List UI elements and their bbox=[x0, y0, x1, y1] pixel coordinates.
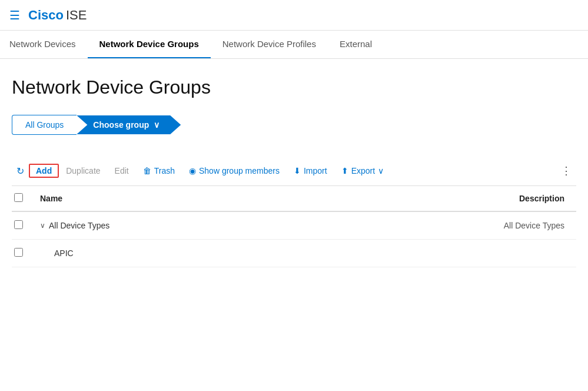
row-2-description-cell bbox=[357, 240, 576, 267]
refresh-icon: ↻ bbox=[16, 165, 24, 177]
export-label: Export bbox=[351, 166, 375, 175]
all-groups-button[interactable]: All Groups bbox=[12, 115, 77, 135]
row-2-name-cell: APIC bbox=[33, 240, 357, 267]
import-label: Import bbox=[304, 166, 327, 175]
row-1-checkbox[interactable] bbox=[14, 220, 23, 229]
duplicate-button[interactable]: Duplicate bbox=[59, 164, 107, 178]
hamburger-icon[interactable]: ☰ bbox=[9, 8, 20, 22]
tab-network-devices[interactable]: Network Devices bbox=[0, 31, 88, 59]
col-header-name: Name bbox=[33, 186, 357, 211]
row-1-description-cell: All Device Types bbox=[357, 211, 576, 240]
import-button[interactable]: ⬇ Import bbox=[287, 164, 334, 178]
tab-network-device-groups[interactable]: Network Device Groups bbox=[88, 31, 211, 59]
export-chevron-icon: ∨ bbox=[378, 166, 384, 175]
edit-button[interactable]: Edit bbox=[108, 164, 136, 178]
table-row: ∨ All Device Types All Device Types bbox=[12, 211, 576, 240]
toolbar: ↻ Add Duplicate Edit 🗑 Trash ◉ Show grou… bbox=[12, 156, 576, 186]
show-group-members-label: Show group members bbox=[199, 166, 280, 175]
logo: Cisco ISE bbox=[28, 8, 87, 23]
export-button[interactable]: ⬆ Export ∨ bbox=[334, 164, 391, 178]
chevron-down-icon: ∨ bbox=[154, 120, 160, 130]
trash-button[interactable]: 🗑 Trash bbox=[136, 164, 182, 178]
add-button[interactable]: Add bbox=[29, 164, 59, 178]
expand-chevron-icon[interactable]: ∨ bbox=[40, 221, 45, 230]
eye-icon: ◉ bbox=[189, 166, 196, 175]
refresh-button[interactable]: ↻ bbox=[12, 163, 29, 179]
col-header-description: Description bbox=[357, 186, 576, 211]
main-content: Network Device Groups All Groups Choose … bbox=[0, 59, 588, 279]
choose-group-label: Choose group bbox=[93, 120, 149, 130]
row-checkbox-cell bbox=[12, 240, 33, 267]
page-title: Network Device Groups bbox=[12, 77, 576, 98]
trash-icon: 🗑 bbox=[143, 166, 151, 175]
import-icon: ⬇ bbox=[294, 166, 301, 175]
toolbar-right: ⋮ bbox=[556, 162, 576, 180]
nav-tabs: Network Devices Network Device Groups Ne… bbox=[0, 31, 588, 59]
data-table: Name Description ∨ All Device Types All … bbox=[12, 186, 576, 267]
row-2-checkbox[interactable] bbox=[14, 248, 23, 257]
tab-external[interactable]: External bbox=[328, 31, 384, 59]
row-1-name-cell: ∨ All Device Types bbox=[33, 211, 357, 240]
top-header: ☰ Cisco ISE bbox=[0, 0, 588, 31]
row-1-name: All Device Types bbox=[49, 221, 109, 230]
row-2-name: APIC bbox=[54, 248, 74, 258]
col-header-checkbox bbox=[12, 186, 33, 211]
show-group-members-button[interactable]: ◉ Show group members bbox=[182, 164, 287, 178]
kebab-menu-button[interactable]: ⋮ bbox=[556, 162, 576, 180]
row-checkbox-cell bbox=[12, 211, 33, 240]
table-row: APIC bbox=[12, 240, 576, 267]
export-icon: ⬆ bbox=[341, 166, 348, 175]
group-selector: All Groups Choose group ∨ bbox=[12, 115, 576, 135]
logo-cisco: Cisco bbox=[28, 8, 64, 23]
choose-group-button[interactable]: Choose group ∨ bbox=[77, 115, 181, 134]
logo-ise: ISE bbox=[66, 8, 87, 23]
trash-label: Trash bbox=[154, 166, 175, 175]
tab-network-device-profiles[interactable]: Network Device Profiles bbox=[211, 31, 328, 59]
table-header-row: Name Description bbox=[12, 186, 576, 211]
select-all-checkbox[interactable] bbox=[14, 193, 23, 202]
